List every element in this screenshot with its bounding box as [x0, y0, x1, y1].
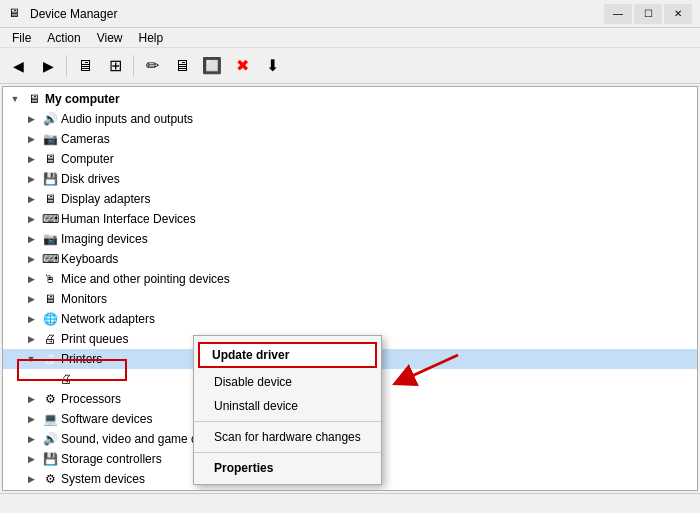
- expander-computer: ▶: [23, 151, 39, 167]
- computer-label: Computer: [61, 152, 114, 166]
- printer-child-icon: 🖨: [58, 371, 74, 387]
- toolbar-monitor[interactable]: ⊞: [101, 52, 129, 80]
- app-icon: 🖥: [8, 6, 24, 22]
- expander-mice: ▶: [23, 271, 39, 287]
- expander-sound: ▶: [23, 431, 39, 447]
- expander-software: ▶: [23, 411, 39, 427]
- menu-bar: File Action View Help: [0, 28, 700, 48]
- expander-imaging: ▶: [23, 231, 39, 247]
- printq-icon: 🖨: [42, 331, 58, 347]
- tree-usb[interactable]: ▶ 🔌 Universal Serial Bus controll...: [3, 489, 697, 491]
- expander-hid: ▶: [23, 211, 39, 227]
- expander-printers: ▼: [23, 351, 39, 367]
- expander-printq: ▶: [23, 331, 39, 347]
- keyboards-icon: ⌨: [42, 251, 58, 267]
- printers-icon: 🖨: [42, 351, 58, 367]
- tree-audio[interactable]: ▶ 🔊 Audio inputs and outputs: [3, 109, 697, 129]
- menu-help[interactable]: Help: [131, 28, 172, 47]
- tree-imaging[interactable]: ▶ 📷 Imaging devices: [3, 229, 697, 249]
- imaging-icon: 📷: [42, 231, 58, 247]
- ctx-properties[interactable]: Properties: [194, 456, 381, 480]
- menu-file[interactable]: File: [4, 28, 39, 47]
- tree-disk[interactable]: ▶ 💾 Disk drives: [3, 169, 697, 189]
- tree-keyboards[interactable]: ▶ ⌨ Keyboards: [3, 249, 697, 269]
- expander-display: ▶: [23, 191, 39, 207]
- mice-label: Mice and other pointing devices: [61, 272, 230, 286]
- system-label: System devices: [61, 472, 145, 486]
- restore-button[interactable]: ☐: [634, 4, 662, 24]
- printq-label: Print queues: [61, 332, 128, 346]
- toolbar-edit[interactable]: ✏: [138, 52, 166, 80]
- hid-icon: ⌨: [42, 211, 58, 227]
- tree-network[interactable]: ▶ 🌐 Network adapters: [3, 309, 697, 329]
- toolbar-computer[interactable]: 🖥: [71, 52, 99, 80]
- ctx-uninstall[interactable]: Uninstall device: [194, 394, 381, 418]
- expander-monitors: ▶: [23, 291, 39, 307]
- toolbar-forward[interactable]: ▶: [34, 52, 62, 80]
- display-label: Display adapters: [61, 192, 150, 206]
- network-label: Network adapters: [61, 312, 155, 326]
- storage-label: Storage controllers: [61, 452, 162, 466]
- close-button[interactable]: ✕: [664, 4, 692, 24]
- menu-view[interactable]: View: [89, 28, 131, 47]
- window-controls: — ☐ ✕: [604, 4, 692, 24]
- disk-icon: 💾: [42, 171, 58, 187]
- mice-icon: 🖱: [42, 271, 58, 287]
- disk-label: Disk drives: [61, 172, 120, 186]
- expander-printer-child: [39, 371, 55, 387]
- processors-label: Processors: [61, 392, 121, 406]
- toolbar: ◀ ▶ 🖥 ⊞ ✏ 🖥 🔲 ✖ ⬇: [0, 48, 700, 84]
- toolbar-download[interactable]: ⬇: [258, 52, 286, 80]
- menu-action[interactable]: Action: [39, 28, 88, 47]
- expander-cameras: ▶: [23, 131, 39, 147]
- expander-storage: ▶: [23, 451, 39, 467]
- sound-icon: 🔊: [42, 431, 58, 447]
- status-bar: [0, 493, 700, 513]
- system-icon: ⚙: [42, 471, 58, 487]
- ctx-disable[interactable]: Disable device: [194, 370, 381, 394]
- expander-keyboards: ▶: [23, 251, 39, 267]
- processors-icon: ⚙: [42, 391, 58, 407]
- network-icon: 🌐: [42, 311, 58, 327]
- toolbar-update[interactable]: 🔲: [198, 52, 226, 80]
- cameras-icon: 📷: [42, 131, 58, 147]
- monitors-icon: 🖥: [42, 291, 58, 307]
- computer-icon: 🖥: [26, 91, 42, 107]
- toolbar-scan[interactable]: 🖥: [168, 52, 196, 80]
- minimize-button[interactable]: —: [604, 4, 632, 24]
- tree-display[interactable]: ▶ 🖥 Display adapters: [3, 189, 697, 209]
- expander-processors: ▶: [23, 391, 39, 407]
- software-label: Software devices: [61, 412, 152, 426]
- tree-mice[interactable]: ▶ 🖱 Mice and other pointing devices: [3, 269, 697, 289]
- tree-computer[interactable]: ▶ 🖥 Computer: [3, 149, 697, 169]
- cameras-label: Cameras: [61, 132, 110, 146]
- tree-cameras[interactable]: ▶ 📷 Cameras: [3, 129, 697, 149]
- ctx-scan[interactable]: Scan for hardware changes: [194, 425, 381, 449]
- device-tree-panel: ▼ 🖥 My computer ▶ 🔊 Audio inputs and out…: [2, 86, 698, 491]
- window-title: Device Manager: [30, 7, 604, 21]
- hid-label: Human Interface Devices: [61, 212, 196, 226]
- storage-icon: 💾: [42, 451, 58, 467]
- printers-label: Printers: [61, 352, 102, 366]
- computer-node-icon: 🖥: [42, 151, 58, 167]
- expander-network: ▶: [23, 311, 39, 327]
- display-icon: 🖥: [42, 191, 58, 207]
- ctx-update-driver[interactable]: Update driver: [198, 342, 377, 368]
- expander-system: ▶: [23, 471, 39, 487]
- imaging-label: Imaging devices: [61, 232, 148, 246]
- ctx-divider-1: [194, 421, 381, 422]
- expander-audio: ▶: [23, 111, 39, 127]
- audio-label: Audio inputs and outputs: [61, 112, 193, 126]
- root-label: My computer: [45, 92, 120, 106]
- toolbar-sep-2: [133, 55, 134, 77]
- keyboards-label: Keyboards: [61, 252, 118, 266]
- tree-hid[interactable]: ▶ ⌨ Human Interface Devices: [3, 209, 697, 229]
- tree-monitors[interactable]: ▶ 🖥 Monitors: [3, 289, 697, 309]
- expander-root: ▼: [7, 91, 23, 107]
- toolbar-remove[interactable]: ✖: [228, 52, 256, 80]
- expander-disk: ▶: [23, 171, 39, 187]
- ctx-divider-2: [194, 452, 381, 453]
- software-icon: 💻: [42, 411, 58, 427]
- toolbar-back[interactable]: ◀: [4, 52, 32, 80]
- tree-root[interactable]: ▼ 🖥 My computer: [3, 89, 697, 109]
